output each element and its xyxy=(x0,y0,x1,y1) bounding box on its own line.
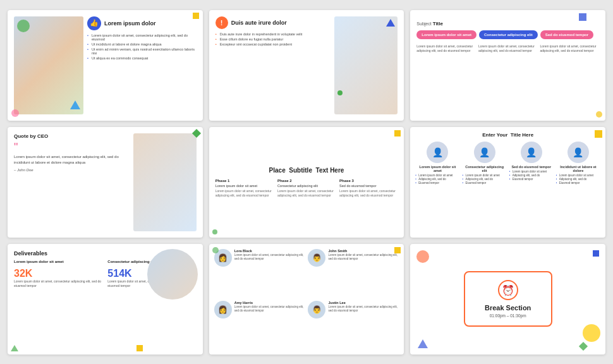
break-title: Break Section xyxy=(485,304,531,312)
slide2-title-row: ! Duis aute irure dolor xyxy=(215,16,331,29)
phase3-sub: Sed do eiusmod tempor xyxy=(339,184,398,188)
slide2-bullet-1: Duis aute irure dolor in reprehenderit i… xyxy=(215,32,331,36)
p1b2: Adipiscing elit, sed do xyxy=(415,178,459,181)
slide3-title-row: Subject Title xyxy=(416,16,599,28)
slide-8: 👩 Lora Black Lorem ipsum dolor sit amet,… xyxy=(209,244,404,355)
thumbsup-icon: 👍 xyxy=(87,16,101,30)
member4-text: Lorem ipsum dolor sit amet, consectetur … xyxy=(328,305,399,313)
slide6-person4: 👤 Incididunt ut labore et dolore Lorem i… xyxy=(556,142,600,185)
person4-name: Incididunt ut labore et dolore xyxy=(556,165,600,173)
phase1-sub: Lorem ipsum dolor sit amet xyxy=(215,184,274,188)
member2-info: John Smith Lorem ipsum dolor sit amet, c… xyxy=(328,249,399,262)
slide-5: Place Subtitle Text Here Phase 1 Lorem i… xyxy=(209,127,404,238)
member4-info: Justin Lee Lorem ipsum dolor sit amet, c… xyxy=(328,301,399,313)
slide2-image xyxy=(334,16,398,114)
slide4-image xyxy=(133,133,197,231)
phase1-text: Lorem ipsum dolor sit amet, consectetur … xyxy=(215,189,274,198)
p2b3: Eiusmod tempor xyxy=(463,181,507,185)
clock-icon: ⏰ xyxy=(498,280,518,300)
slide8-member4: 👨 Justin Lee Lorem ipsum dolor sit amet,… xyxy=(308,301,399,349)
member4-name: Justin Lee xyxy=(328,301,399,305)
deco-tri-blue9 xyxy=(418,339,428,348)
slide1-bullet-2: Ut incididunt ut labore et dolore magna … xyxy=(87,42,197,46)
deco-sq-yellow7 xyxy=(137,345,143,351)
avatar4: 👤 xyxy=(567,142,589,163)
slide6-title-bold: Title Here xyxy=(511,132,533,138)
stat1: 32K Lorem ipsum dolor sit amet, consecte… xyxy=(14,268,102,288)
slide3-col3: Lorem ipsum dolor sit amet, consectetur … xyxy=(540,44,599,53)
slide8-member3: 👩 Amy Harris Lorem ipsum dolor sit amet,… xyxy=(214,301,305,349)
slide2-bullet-3: Excepteur sint occaecat cupidatat non pr… xyxy=(215,42,331,46)
slide8-team-grid: 👩 Lora Black Lorem ipsum dolor sit amet,… xyxy=(214,249,399,349)
stat1-text: Lorem ipsum dolor sit amet, consectetur … xyxy=(14,279,102,288)
deco-diamond-green9 xyxy=(579,341,588,350)
deco-dot-green xyxy=(337,90,343,95)
slide2-content: ! Duis aute irure dolor Duis aute irure … xyxy=(215,16,331,114)
deco-circle-green8 xyxy=(212,247,219,253)
slide4-author: – John Doe xyxy=(14,168,130,172)
p4b1: Lorem ipsum dolor sit amet xyxy=(556,174,600,177)
deco-sq-yellow xyxy=(394,130,401,136)
slide5-title-pre: Place xyxy=(269,167,286,174)
deco-sq-yellow8 xyxy=(394,247,401,253)
member2-text: Lorem ipsum dolor sit amet, consectetur … xyxy=(328,253,399,262)
p3b1: Lorem ipsum dolor sit amet xyxy=(509,170,554,173)
p2b1: Lorem ipsum dolor sit amet xyxy=(463,174,507,177)
p1b1: Lorem ipsum dolor sit amet xyxy=(415,174,459,177)
deco-circle-orange9 xyxy=(416,250,429,263)
person3-bullets: Lorem ipsum dolor sit amet Adipiscing el… xyxy=(509,170,554,181)
phase1-title: Phase 1 xyxy=(215,179,274,183)
avatar2: 👤 xyxy=(474,142,495,163)
p2b2: Adipiscing elit, sed do xyxy=(463,178,507,181)
deco-circle-yellow xyxy=(596,111,602,118)
p3b3: Eiusmod tempor xyxy=(509,178,554,181)
deco-sq-yellow6 xyxy=(595,130,602,138)
member1-info: Lora Black Lorem ipsum dolor sit amet, c… xyxy=(234,249,305,262)
slide-4: Quote by CEO " Lorem ipsum dolor sit ame… xyxy=(8,127,203,238)
slide-9: ⏰ Break Section 01:00pm – 01:30pm xyxy=(410,244,605,355)
deco-sq-blue9 xyxy=(593,250,599,257)
slide8-member1: 👩 Lora Black Lorem ipsum dolor sit amet,… xyxy=(214,249,305,298)
slide5-title-bold: Subtitle xyxy=(289,167,312,174)
member1-text: Lorem ipsum dolor sit amet, consectetur … xyxy=(234,253,305,262)
slide5-phase2: Phase 2 Consectetur adipiscing elit Lore… xyxy=(277,179,336,198)
member2-name: John Smith xyxy=(328,249,399,253)
slide1-bullet-4: Ut aliqua ex ea commodo consequat xyxy=(87,56,197,60)
slide1-bullet-3: Ut enim ad minim veniam, quis nostrud ex… xyxy=(87,47,197,55)
slide-1: 👍 Lorem ipsum dolor Lorem ipsum dolor si… xyxy=(8,10,203,121)
slide-7: Deliverables Lorem ipsum dolor sit amet … xyxy=(8,244,203,355)
slide7-label1: Lorem ipsum dolor sit amet xyxy=(14,260,102,264)
slide3-tab3: Sed do eiusmod tempor xyxy=(540,30,593,39)
slide6-person2: 👤 Consectetur adipiscing elit Lorem ipsu… xyxy=(463,142,507,185)
slide2-title: Duis aute irure dolor xyxy=(231,20,287,26)
slide1-image xyxy=(14,16,83,114)
slide4-quote: Lorem ipsum dolor sit amet, consectetur … xyxy=(14,154,130,166)
deco-square-blue xyxy=(579,13,586,21)
deco-square-yellow xyxy=(193,13,199,19)
slide5-title: Place Subtitle Text Here xyxy=(269,167,344,174)
p3b2: Adipiscing elit, sed do xyxy=(509,174,554,177)
slide-3: Subject Title Lorem ipsum dolor sit amet… xyxy=(410,10,605,121)
break-section-box: ⏰ Break Section 01:00pm – 01:30pm xyxy=(464,271,552,327)
phase3-title: Phase 3 xyxy=(339,179,398,183)
warning-icon: ! xyxy=(215,16,228,29)
p4b3: Eiusmod tempor xyxy=(556,181,600,185)
slide2-bullet-2: Esse cillum dolore eu fugiat nulla paria… xyxy=(215,37,331,41)
slide5-title-post: Text Here xyxy=(316,167,344,174)
slide5-phase3: Phase 3 Sed do eiusmod tempor Lorem ipsu… xyxy=(339,179,398,198)
slide8-member2: 👨 John Smith Lorem ipsum dolor sit amet,… xyxy=(308,249,399,298)
avatar1: 👤 xyxy=(427,142,448,163)
quote-mark: " xyxy=(14,142,130,153)
slide7-image xyxy=(147,249,198,300)
slide-6: Enter Your Title Here 👤 Lorem ipsum dolo… xyxy=(410,127,605,238)
deco-tri-green7 xyxy=(11,345,18,351)
person4-bullets: Lorem ipsum dolor sit amet Adipiscing el… xyxy=(556,174,600,185)
phase3-text: Lorem ipsum dolor sit amet, consectetur … xyxy=(339,189,398,198)
slide6-title-pre: Enter Your xyxy=(482,132,507,138)
slide1-content: 👍 Lorem ipsum dolor Lorem ipsum dolor si… xyxy=(87,16,197,114)
slide3-tabs: Lorem ipsum dolor sit amet Consectetur a… xyxy=(416,30,599,39)
slide4-title: Quote by CEO xyxy=(14,133,130,139)
slide3-subject: Subject Title xyxy=(416,21,443,26)
slide1-title-row: 👍 Lorem ipsum dolor xyxy=(87,16,197,30)
member1-name: Lora Black xyxy=(234,249,305,253)
